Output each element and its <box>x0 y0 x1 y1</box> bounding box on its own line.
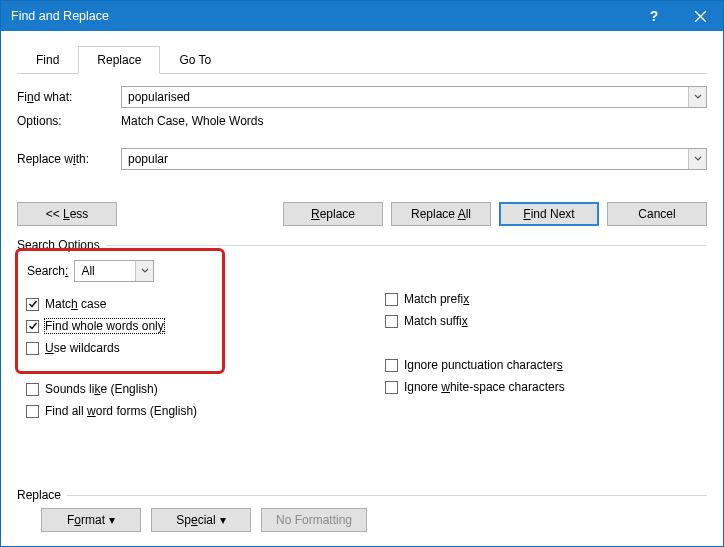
chevron-down-icon <box>694 156 702 162</box>
no-formatting-button[interactable]: No Formatting <box>261 508 367 532</box>
titlebar: Find and Replace ? <box>1 1 723 31</box>
find-replace-dialog: Find and Replace ? Find Replace Go To Fi… <box>0 0 724 547</box>
wildcards-checkbox[interactable]: Use wildcards <box>26 341 214 355</box>
special-button[interactable]: Special▾ <box>151 508 251 532</box>
replace-with-input[interactable]: popular <box>121 148 707 170</box>
tab-find[interactable]: Find <box>17 46 78 74</box>
match-case-checkbox[interactable]: Match case <box>26 297 214 311</box>
replace-button[interactable]: Replace <box>283 202 383 226</box>
find-what-input[interactable]: popularised <box>121 86 707 108</box>
format-button[interactable]: Format▾ <box>41 508 141 532</box>
options-value: Match Case, Whole Words <box>121 114 264 128</box>
check-icon <box>28 299 38 309</box>
replace-with-label: Replace with: <box>17 152 121 166</box>
ignore-whitespace-checkbox[interactable]: Ignore white-space characters <box>385 380 707 394</box>
help-button[interactable]: ? <box>631 1 677 31</box>
find-what-value: popularised <box>122 90 688 104</box>
triangle-down-icon: ▾ <box>220 513 226 527</box>
tab-goto[interactable]: Go To <box>160 46 230 74</box>
find-what-dropdown-icon[interactable] <box>688 87 706 107</box>
whole-words-checkbox[interactable]: Find whole words only <box>26 319 214 333</box>
search-options-area: Search: All Match case <box>17 260 707 426</box>
find-what-label: Find what: <box>17 90 121 104</box>
match-prefix-checkbox[interactable]: Match prefix <box>385 292 707 306</box>
less-button[interactable]: << Less <box>17 202 117 226</box>
replace-all-button[interactable]: Replace All <box>391 202 491 226</box>
tab-replace[interactable]: Replace <box>78 46 160 74</box>
tabstrip: Find Replace Go To <box>17 45 707 74</box>
word-forms-checkbox[interactable]: Find all word forms (English) <box>26 404 385 418</box>
chevron-down-icon <box>694 94 702 100</box>
replace-with-dropdown-icon[interactable] <box>688 149 706 169</box>
replace-with-value: popular <box>122 152 688 166</box>
sounds-like-checkbox[interactable]: Sounds like (English) <box>26 382 385 396</box>
ignore-punctuation-checkbox[interactable]: Ignore punctuation characters <box>385 358 707 372</box>
cancel-button[interactable]: Cancel <box>607 202 707 226</box>
dialog-title: Find and Replace <box>11 9 631 23</box>
triangle-down-icon: ▾ <box>109 513 115 527</box>
close-icon <box>695 11 706 22</box>
close-button[interactable] <box>677 1 723 31</box>
match-suffix-checkbox[interactable]: Match suffix <box>385 314 707 328</box>
highlight-annotation: Match case Find whole words only Use wil… <box>15 248 225 374</box>
options-label: Options: <box>17 114 121 128</box>
find-next-button[interactable]: Find Next <box>499 202 599 226</box>
check-icon <box>28 321 38 331</box>
replace-footer-header: Replace <box>17 488 707 502</box>
